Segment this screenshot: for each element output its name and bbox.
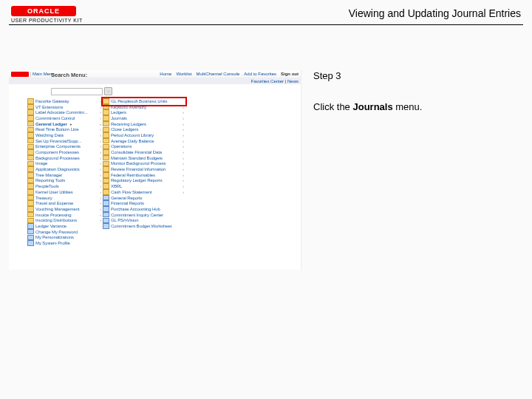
right-menu-item[interactable]: XBRL› — [103, 183, 184, 189]
left-menu-item[interactable]: Reporting Tools› — [27, 178, 101, 184]
menu-label: Reporting Tools — [35, 178, 65, 183]
menu-label: Keyword Inventory — [111, 105, 146, 109]
right-menu-item[interactable]: Consolidate Financial Data› — [103, 149, 184, 155]
instruction-text: Click the Journals menu. — [313, 100, 521, 114]
left-menu-item[interactable]: Invoice Processing› — [27, 212, 101, 218]
nav-worklist[interactable]: Worklist — [176, 72, 191, 76]
right-menu-item[interactable]: Purchase Accounting Hub — [103, 206, 184, 212]
right-menu-item[interactable]: Federal Reimbursables› — [103, 172, 184, 178]
right-menu-item[interactable]: Monitor Background Process› — [103, 161, 184, 167]
folder-icon — [103, 109, 109, 115]
menu-label: Favorite Gateway — [35, 99, 69, 103]
left-menu-item[interactable]: Real Time Bottom Line› — [27, 126, 101, 132]
folder-icon — [103, 121, 109, 127]
left-menu-item[interactable]: Tree Manager› — [27, 172, 101, 178]
right-menu-item[interactable]: Operations› — [103, 144, 184, 150]
folder-icon — [27, 229, 34, 235]
nav-signout[interactable]: Sign out — [281, 72, 299, 76]
left-menu-item[interactable]: Treasury› — [27, 195, 101, 201]
left-menu-item[interactable]: My System Profile — [27, 240, 101, 246]
right-menu-item[interactable]: GL PS/nVision — [103, 217, 184, 223]
folder-icon — [27, 172, 34, 178]
menu-label: Change My Password — [35, 230, 78, 234]
left-menu-item[interactable]: Image› — [27, 161, 101, 167]
favorites-center[interactable]: Favorites Center | News — [251, 79, 299, 83]
menu-label: Operations — [111, 144, 132, 149]
left-menu-item[interactable]: Set Up Financial/Supp...› — [27, 138, 101, 144]
menu-label: General Ledger — [35, 122, 67, 126]
left-menu-item[interactable]: My Personalizations — [27, 235, 101, 241]
chevron-right-icon: › — [100, 190, 101, 194]
chevron-right-icon: › — [100, 99, 101, 103]
right-menu-item[interactable]: Close Ledgers› — [103, 126, 184, 132]
chevron-right-icon: › — [100, 139, 101, 143]
right-menu-item[interactable]: Review Financial Information› — [103, 166, 184, 172]
left-menu-item[interactable]: Enterprise Components› — [27, 144, 101, 150]
left-menu-item[interactable]: Invoicing Distributions› — [27, 217, 101, 223]
chevron-right-icon: › — [183, 161, 184, 166]
left-menu-item[interactable]: Background Processes› — [27, 155, 101, 161]
left-menu-item[interactable]: Commitment Control› — [27, 115, 101, 121]
left-menu-item[interactable]: Favorite Gateway› — [27, 98, 101, 104]
folder-icon — [27, 183, 34, 189]
left-menu-item[interactable]: Change My Password — [27, 229, 101, 235]
left-menu-item[interactable]: General Ledger▸› — [27, 121, 101, 127]
left-menu-item[interactable]: Label Advocate Commitm...› — [27, 109, 101, 115]
right-menu-item[interactable]: Ledgers› — [103, 109, 184, 115]
right-menu-item[interactable]: Cash Flow Statement› — [103, 189, 184, 195]
menu-label: Commitment Control — [35, 116, 75, 120]
left-menu-item[interactable]: Application Diagnostics› — [27, 166, 101, 172]
menu-label: Purchase Accounting Hub — [111, 207, 160, 211]
nav-favorites[interactable]: Add to Favorites — [244, 72, 276, 76]
separator — [30, 72, 31, 77]
breadcrumb-bar: Favorites Center | News — [9, 78, 301, 84]
app-header-right: Home Worklist MultiChannel Console Add t… — [160, 72, 299, 76]
menu-label: Close Ledgers — [111, 127, 138, 132]
chevron-right-icon: › — [100, 110, 101, 115]
right-menu-item[interactable]: Receiving Ledgers› — [103, 121, 184, 127]
nav-multichannel[interactable]: MultiChannel Console — [197, 72, 240, 76]
folder-icon — [27, 144, 34, 150]
right-menu-item[interactable]: Average Daily Balance› — [103, 138, 184, 144]
chevron-right-icon: › — [100, 144, 101, 149]
right-menu-item[interactable]: Maintain Standard Budgets› — [103, 155, 184, 161]
folder-icon — [103, 98, 109, 104]
menu-label: Kernel User Utilities — [35, 190, 73, 194]
search-button[interactable] — [104, 87, 112, 95]
left-menu-item[interactable]: Component Processes› — [27, 149, 101, 155]
right-menu-item[interactable]: Commitment Budget Worksheet — [103, 223, 184, 229]
right-menu-header[interactable]: GL Peoplesoft Business Units — [103, 98, 184, 104]
menu-label: Commitment Budget Worksheet — [111, 224, 171, 228]
right-menu-item[interactable]: Period Account Library› — [103, 132, 184, 138]
folder-icon — [103, 183, 109, 189]
right-menu-item[interactable]: Commitment Inquiry Center — [103, 212, 184, 218]
chevron-right-icon: › — [183, 127, 184, 132]
right-menu-item[interactable]: General Reports — [103, 195, 184, 201]
right-menu-item[interactable]: Keyword Inventory› — [103, 104, 184, 110]
journals-menu-item[interactable]: Journals› — [103, 115, 184, 121]
nav-home[interactable]: Home — [160, 72, 171, 76]
oracle-mini-logo — [11, 72, 29, 77]
left-menu-item[interactable]: Travel and Expense› — [27, 200, 101, 206]
left-menu-item[interactable]: PeopleTools› — [27, 183, 101, 189]
right-menu-item[interactable]: Regulatory Ledger Reports› — [103, 178, 184, 184]
folder-icon — [103, 212, 109, 218]
folder-icon — [27, 189, 34, 195]
menu-label: Monitor Background Process — [111, 161, 166, 166]
menu-label: Label Advocate Commitm... — [35, 110, 88, 115]
search-input[interactable] — [51, 88, 103, 95]
folder-icon — [27, 109, 34, 115]
left-menu-item[interactable]: Watching Data› — [27, 132, 101, 138]
folder-icon — [27, 155, 34, 161]
left-menu-item[interactable]: Ledger Variance — [27, 223, 101, 229]
left-menu-item[interactable]: Kernel User Utilities› — [27, 189, 101, 195]
chevron-right-icon: › — [183, 116, 184, 120]
right-menu-item[interactable]: Financial Reports — [103, 200, 184, 206]
folder-icon — [27, 161, 34, 167]
left-menu-item[interactable]: VT Extensions› — [27, 104, 101, 110]
chevron-right-icon: › — [183, 144, 184, 149]
chevron-right-icon: › — [100, 218, 101, 222]
menu-label: Invoicing Distributions — [35, 218, 77, 222]
instruction-panel: Step 3 Click the Journals menu. — [313, 70, 521, 114]
left-menu-item[interactable]: Vouching Management› — [27, 206, 101, 212]
